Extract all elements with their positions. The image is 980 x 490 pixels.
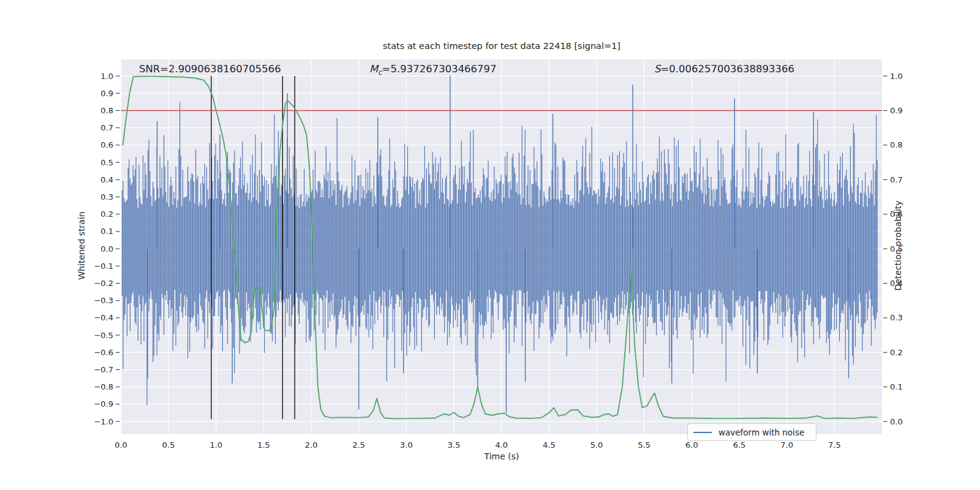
tick-label: 6.5: [733, 440, 746, 450]
tick-label: −0.3: [94, 296, 113, 305]
annotation-snr-value: =2.9090638160705566: [160, 63, 281, 75]
y-axis-label-right: Detection probability: [893, 154, 903, 337]
tick-label: −1.0: [94, 417, 113, 426]
tick-label: 0.7: [100, 123, 113, 132]
tick-label: −0.5: [94, 331, 113, 340]
tick-label: 1.0: [100, 72, 113, 81]
tick-label: 4.0: [495, 440, 508, 450]
annotation-snr: SNR=2.9090638160705566: [139, 63, 281, 77]
tick-label: −0.7: [94, 365, 113, 374]
tick-label: −0.8: [94, 382, 113, 391]
tick-label: 0.0: [100, 244, 113, 254]
tick-label: 0.9: [890, 106, 903, 115]
annotation-score: S=0.006257003638893366: [654, 63, 794, 77]
annotation-score-value: =0.006257003638893366: [660, 63, 794, 75]
tick-label: 0.2: [890, 348, 903, 357]
tick-label: 0.3: [100, 192, 113, 202]
annotation-score-label: S: [654, 63, 660, 75]
tick-label: 1.0: [890, 72, 903, 81]
tick-label: 7.5: [828, 440, 841, 450]
x-axis-label: Time (s): [134, 451, 869, 461]
annotation-snr-label: SNR: [139, 63, 160, 75]
tick-label: −0.4: [94, 313, 113, 322]
legend: waveform with noise: [687, 423, 816, 441]
tick-label: 0.6: [100, 140, 113, 149]
tick-label: 0.2: [100, 209, 113, 219]
tick-label: −0.6: [94, 348, 113, 357]
legend-line-swatch: [693, 432, 712, 433]
tick-label: 5.0: [590, 440, 603, 450]
tick-label: 0.0: [890, 417, 903, 426]
tick-label: −0.2: [94, 279, 113, 288]
tick-label: 0.5: [162, 440, 175, 450]
legend-entry-label: waveform with noise: [718, 428, 804, 437]
y-axis-label-left: Whitened strain: [77, 154, 86, 337]
x-tick-labels: 0.00.51.01.52.02.53.03.54.04.55.05.56.06…: [115, 440, 841, 450]
tick-label: 0.1: [100, 227, 113, 236]
tick-label: −0.1: [94, 262, 113, 271]
tick-label: 0.4: [100, 175, 113, 184]
tick-label: 5.5: [638, 440, 650, 450]
right-tick-marks: [883, 76, 888, 421]
y-tick-labels-left: −1.0−0.9−0.8−0.7−0.6−0.5−0.4−0.3−0.2−0.1…: [94, 72, 113, 426]
tick-label: 2.5: [352, 440, 365, 450]
annotation-chirp-mass: Mc=5.937267303466797: [369, 63, 497, 77]
tick-label: 0.8: [100, 106, 113, 115]
tick-label: 7.0: [780, 440, 793, 450]
tick-label: 6.0: [685, 440, 698, 450]
tick-label: 3.5: [448, 440, 461, 450]
tick-label: 1.0: [209, 440, 222, 450]
chart-title: stats at each timestep for test data 224…: [134, 41, 869, 51]
tick-label: 0.1: [890, 382, 903, 391]
tick-label: 0.5: [100, 158, 113, 167]
tick-label: 0.0: [115, 440, 127, 450]
annotation-chirp-mass-value: =5.937267303466797: [382, 63, 497, 75]
tick-label: 0.9: [100, 89, 113, 98]
tick-label: 4.5: [543, 440, 556, 450]
left-tick-marks: [116, 76, 120, 421]
tick-label: 2.0: [305, 440, 318, 450]
tick-label: 0.8: [890, 140, 903, 149]
figure: −1.0−0.9−0.8−0.7−0.6−0.5−0.4−0.3−0.2−0.1…: [0, 0, 980, 490]
tick-label: 3.0: [400, 440, 413, 450]
tick-label: −0.9: [94, 399, 113, 409]
tick-label: 1.5: [257, 440, 270, 450]
annotation-chirp-mass-label: M: [369, 63, 378, 75]
